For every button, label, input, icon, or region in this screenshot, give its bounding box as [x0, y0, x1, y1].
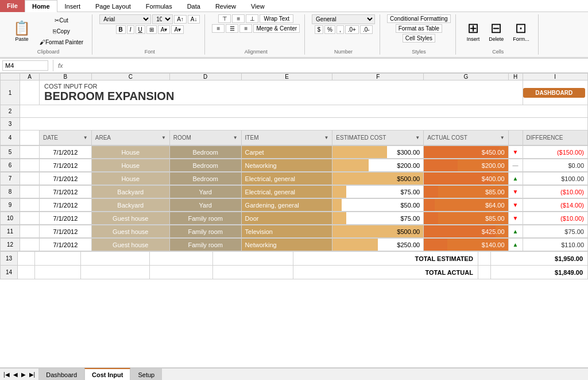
- tab-review[interactable]: Review: [208, 0, 243, 12]
- shrink-font-button[interactable]: A↓: [188, 15, 200, 24]
- item-cell[interactable]: Electrical, general: [241, 172, 332, 185]
- area-cell[interactable]: Guest house: [91, 239, 169, 251]
- align-right-button[interactable]: ≡: [239, 24, 252, 33]
- decrease-decimal-button[interactable]: .0-: [360, 25, 373, 34]
- format-button[interactable]: ⊡ Form...: [509, 18, 533, 44]
- estimated-cost-cell[interactable]: $75.00: [332, 212, 424, 225]
- col-header-a[interactable]: A: [20, 74, 40, 80]
- number-format-select[interactable]: General: [312, 14, 375, 24]
- actual-cost-cell[interactable]: $140.00: [424, 239, 508, 251]
- col-header-b[interactable]: B: [40, 74, 92, 80]
- merge-center-button[interactable]: Merge & Center: [253, 24, 300, 33]
- room-cell[interactable]: Bedroom: [169, 172, 241, 185]
- room-filter-icon[interactable]: ▼: [233, 135, 238, 140]
- item-cell[interactable]: Gardening, general: [241, 199, 332, 212]
- actual-cost-cell[interactable]: $85.00: [424, 212, 508, 225]
- actual-filter-icon[interactable]: ▼: [500, 135, 505, 140]
- formula-input[interactable]: [65, 62, 586, 69]
- area-filter-icon[interactable]: ▼: [161, 135, 166, 140]
- actual-cost-cell[interactable]: $400.00: [424, 172, 508, 185]
- actual-cost-cell[interactable]: $450.00: [424, 146, 508, 159]
- col-header-g[interactable]: G: [424, 74, 508, 80]
- font-size-select[interactable]: 10: [152, 14, 173, 24]
- estimated-cost-cell[interactable]: $50.00: [332, 199, 424, 212]
- paste-button[interactable]: 📋 Paste: [9, 18, 34, 44]
- percent-button[interactable]: %: [324, 25, 335, 34]
- bold-button[interactable]: B: [116, 25, 126, 34]
- tab-view[interactable]: View: [243, 0, 272, 12]
- border-button[interactable]: ⊞: [146, 25, 157, 34]
- date-cell[interactable]: 7/1/2012: [40, 159, 92, 172]
- align-bottom-button[interactable]: ⊥: [246, 14, 258, 23]
- underline-button[interactable]: U: [136, 25, 145, 34]
- actual-cost-col-header[interactable]: ACTUAL COST ▼: [424, 130, 508, 145]
- italic-button[interactable]: I: [127, 25, 134, 34]
- item-col-header[interactable]: ITEM ▼: [241, 130, 332, 145]
- area-cell[interactable]: House: [91, 159, 169, 172]
- item-cell[interactable]: Electrical, general: [241, 186, 332, 198]
- room-cell[interactable]: Family room: [169, 225, 241, 238]
- date-col-header[interactable]: DATE ▼: [40, 130, 92, 145]
- area-cell[interactable]: House: [91, 172, 169, 185]
- item-cell[interactable]: Door: [241, 212, 332, 225]
- item-filter-icon[interactable]: ▼: [324, 135, 328, 140]
- area-cell[interactable]: Guest house: [91, 225, 169, 238]
- area-col-header[interactable]: AREA ▼: [91, 130, 169, 145]
- diff-col-header[interactable]: DIFFERENCE: [523, 130, 588, 145]
- actual-cost-cell[interactable]: $200.00: [424, 159, 508, 172]
- room-col-header[interactable]: ROOM ▼: [169, 130, 241, 145]
- date-cell[interactable]: 7/1/2012: [40, 212, 92, 225]
- room-cell[interactable]: Family room: [169, 239, 241, 251]
- tab-formulas[interactable]: Formulas: [138, 0, 180, 12]
- date-filter-icon[interactable]: ▼: [83, 135, 88, 140]
- conditional-formatting-button[interactable]: Conditional Formatting: [387, 14, 451, 23]
- align-left-button[interactable]: ≡: [212, 24, 225, 33]
- align-center-button[interactable]: ☰: [226, 24, 238, 33]
- col-header-h[interactable]: H: [508, 74, 523, 80]
- col-header-d[interactable]: D: [169, 74, 241, 80]
- tab-page-layout[interactable]: Page Layout: [88, 0, 138, 12]
- estimated-cost-cell[interactable]: $250.00: [332, 239, 424, 251]
- tab-home[interactable]: Home: [25, 0, 57, 12]
- item-cell[interactable]: Television: [241, 225, 332, 238]
- estimated-cost-cell[interactable]: $200.00: [332, 159, 424, 172]
- col-header-c[interactable]: C: [91, 74, 169, 80]
- date-cell[interactable]: 7/1/2012: [40, 172, 92, 185]
- cut-button[interactable]: ✂ Cut: [36, 16, 87, 25]
- increase-decimal-button[interactable]: .0+: [345, 25, 359, 34]
- grow-font-button[interactable]: A↑: [174, 15, 187, 24]
- room-cell[interactable]: Family room: [169, 212, 241, 225]
- col-header-i[interactable]: I: [523, 74, 588, 80]
- dollar-button[interactable]: $: [315, 25, 324, 34]
- estimated-cost-cell[interactable]: $300.00: [332, 146, 424, 159]
- room-cell[interactable]: Bedroom: [169, 146, 241, 159]
- item-cell[interactable]: Networking: [241, 239, 332, 251]
- actual-cost-cell[interactable]: $425.00: [424, 225, 508, 238]
- copy-button[interactable]: ⎘ Copy: [36, 26, 87, 36]
- delete-button[interactable]: ⊟ Delete: [485, 18, 508, 44]
- tab-insert[interactable]: Insert: [57, 0, 88, 12]
- insert-button[interactable]: ⊞ Insert: [463, 18, 484, 44]
- date-cell[interactable]: 7/1/2012: [40, 239, 92, 251]
- tab-data[interactable]: Data: [180, 0, 208, 12]
- est-filter-icon[interactable]: ▼: [415, 135, 420, 140]
- col-header-f[interactable]: F: [332, 74, 424, 80]
- font-family-select[interactable]: Arial: [99, 14, 151, 24]
- col-header-e[interactable]: E: [241, 74, 332, 80]
- wrap-text-button[interactable]: Wrap Text: [260, 14, 293, 23]
- estimated-cost-cell[interactable]: $75.00: [332, 186, 424, 198]
- room-cell[interactable]: Yard: [169, 186, 241, 198]
- estimated-cost-cell[interactable]: $500.00: [332, 225, 424, 238]
- room-cell[interactable]: Bedroom: [169, 159, 241, 172]
- name-box[interactable]: [2, 60, 48, 71]
- actual-cost-cell[interactable]: $64.00: [424, 199, 508, 212]
- area-cell[interactable]: Backyard: [91, 199, 169, 212]
- area-cell[interactable]: House: [91, 146, 169, 159]
- est-cost-col-header[interactable]: ESTIMATED COST ▼: [332, 130, 424, 145]
- area-cell[interactable]: Guest house: [91, 212, 169, 225]
- font-color-button[interactable]: A▾: [171, 25, 184, 34]
- item-cell[interactable]: Carpet: [241, 146, 332, 159]
- comma-button[interactable]: ,: [336, 25, 344, 34]
- item-cell[interactable]: Networking: [241, 159, 332, 172]
- date-cell[interactable]: 7/1/2012: [40, 225, 92, 238]
